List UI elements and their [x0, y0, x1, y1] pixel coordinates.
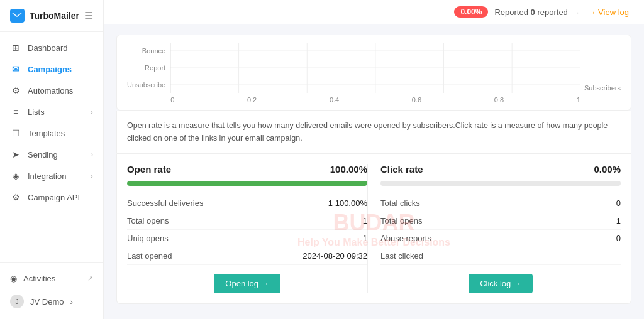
sidebar-item-label: Dashboard [28, 43, 68, 53]
subscribers-label: Subscribers [584, 84, 621, 92]
arrow-icon: → [587, 8, 596, 17]
open-rate-row-total-opens: Total opens 1 [127, 212, 367, 230]
main-content: 0.00% Reported 0 reported · → View log B… [104, 0, 644, 319]
lists-icon: ≡ [10, 107, 21, 117]
chart-x-label-4: 0.8 [494, 96, 504, 104]
sidebar-item-campaign-api[interactable]: ⚙ Campaign API [0, 187, 103, 208]
chart-x-label-0: 0 [170, 96, 174, 104]
campaigns-icon: ✉ [10, 64, 21, 74]
sidebar-footer: ◉ Activities ↗ J JV Demo › [0, 262, 103, 319]
sidebar-item-campaigns[interactable]: ✉ Campaigns [0, 58, 103, 80]
chart-y-label-unsubscribe: Unsubscribe [127, 81, 165, 89]
open-log-btn-row: Open log → [127, 265, 367, 293]
chevron-right-icon: › [91, 108, 93, 116]
sidebar-item-sending[interactable]: ➤ Sending › [0, 144, 103, 165]
chart-svg [170, 43, 580, 93]
reported-text: Reported 0 reported [494, 8, 567, 17]
click-rate-row-total-opens: Total opens 1 [380, 212, 621, 230]
automations-icon: ⚙ [10, 85, 21, 95]
sidebar-item-automations[interactable]: ⚙ Automations [0, 80, 103, 101]
chart-y-label-report: Report [127, 64, 165, 72]
dot-separator: · [577, 8, 579, 17]
reported-badge: 0.00% [454, 6, 488, 18]
sidebar-item-lists[interactable]: ≡ Lists › [0, 101, 103, 122]
open-rate-percent: 100.00% [330, 164, 367, 175]
user-avatar: J [10, 295, 24, 308]
view-log-link[interactable]: → View log [587, 8, 629, 17]
click-rate-row-total-clicks: Total clicks 0 [380, 195, 621, 212]
chart-area: Bounce Report Unsubscribe [116, 35, 631, 111]
templates-icon: ☐ [10, 128, 21, 138]
chart-x-label-5: 1 [577, 96, 580, 104]
sidebar-item-templates[interactable]: ☐ Templates [0, 122, 103, 144]
sidebar-item-label: Campaign API [28, 193, 80, 202]
open-rate-progress-bg [127, 181, 367, 186]
click-log-button[interactable]: Click log → [469, 274, 533, 293]
logo-icon [10, 9, 25, 23]
sidebar-item-label: Automations [28, 86, 73, 95]
sidebar: TurboMailer ☰ ⊞ Dashboard ✉ Campaigns ⚙ … [0, 0, 104, 319]
logo-text: TurboMailer [30, 11, 79, 21]
click-rate-percent: 0.00% [594, 164, 621, 175]
open-rate-progress-fill [127, 181, 367, 186]
chart-x-label-1: 0.2 [247, 96, 257, 104]
sidebar-item-label: Templates [28, 129, 65, 138]
hamburger-icon[interactable]: ☰ [84, 10, 93, 22]
chevron-right-icon: › [91, 151, 93, 158]
open-rate-title: Open rate [127, 164, 171, 175]
sending-icon: ➤ [10, 149, 21, 160]
chevron-right-icon: › [70, 297, 72, 306]
chart-y-label-bounce: Bounce [127, 47, 165, 55]
click-rate-title: Click rate [380, 164, 423, 175]
sidebar-item-label: Lists [28, 107, 45, 117]
sidebar-nav: ⊞ Dashboard ✉ Campaigns ⚙ Automations ≡ … [0, 32, 103, 262]
user-label: JV Demo [30, 297, 64, 306]
open-rate-row-uniq-opens: Uniq opens 1 [127, 230, 367, 247]
click-rate-progress-bg [380, 181, 621, 186]
sidebar-item-activities[interactable]: ◉ Activities ↗ [0, 268, 103, 289]
description-text: Open rate is a measure that tells you ho… [116, 111, 631, 153]
sidebar-item-label: Sending [28, 150, 58, 160]
click-log-btn-row: Click log → [380, 265, 621, 293]
activities-icon: ◉ [10, 274, 17, 283]
dashboard-icon: ⊞ [10, 43, 21, 53]
chart-x-label-3: 0.6 [412, 96, 421, 104]
open-rate-header: Open rate 100.00% [127, 164, 367, 175]
sidebar-item-jv-demo[interactable]: J JV Demo › [0, 289, 103, 314]
click-rate-row-abuse-reports: Abuse reports 0 [380, 230, 621, 247]
external-link-icon: ↗ [87, 274, 93, 283]
click-rate-header: Click rate 0.00% [380, 164, 621, 175]
sidebar-item-label: Campaigns [28, 65, 72, 74]
activities-label: Activities [23, 274, 55, 283]
svg-rect-0 [11, 11, 23, 20]
view-log-label: View log [598, 8, 629, 17]
sidebar-item-integration[interactable]: ◈ Integration › [0, 165, 103, 187]
campaign-api-icon: ⚙ [10, 192, 21, 202]
top-bar: 0.00% Reported 0 reported · → View log [104, 0, 644, 24]
sidebar-logo: TurboMailer ☰ [0, 0, 103, 32]
stats-section: BUDAR Help You Make Better Decisions Ope… [116, 153, 631, 304]
chart-x-label-2: 0.4 [330, 96, 339, 104]
open-rate-column: Open rate 100.00% Successful deliveries … [127, 164, 367, 293]
chevron-right-icon: › [91, 172, 93, 180]
integration-icon: ◈ [10, 171, 21, 181]
open-rate-row-deliveries: Successful deliveries 1 100.00% [127, 195, 367, 212]
sidebar-item-label: Integration [28, 171, 66, 181]
sidebar-item-dashboard[interactable]: ⊞ Dashboard [0, 37, 103, 58]
click-rate-row-last-clicked: Last clicked [380, 247, 621, 265]
open-log-button[interactable]: Open log → [214, 274, 280, 293]
open-rate-row-last-opened: Last opened 2024-08-20 09:32 [127, 247, 367, 265]
click-rate-column: Click rate 0.00% Total clicks 0 Total op… [367, 164, 621, 293]
